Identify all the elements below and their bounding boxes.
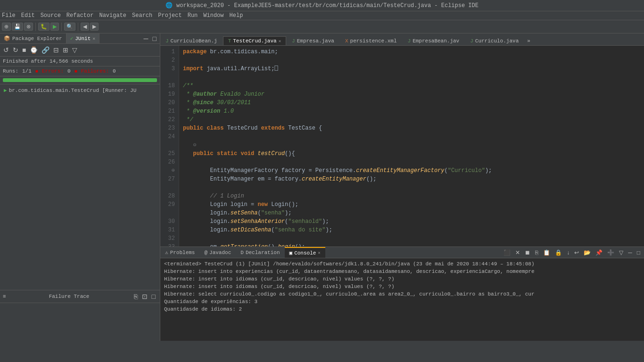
panel-tabs: 📦 Package Explorer ✓ JUnit ✕ ─ □ [0, 33, 160, 44]
test-item-testecrud[interactable]: ▶ br.com.tidicas.main.TesteCrud [Runner:… [2, 86, 158, 94]
testecrud-close-icon[interactable]: ✕ [279, 39, 281, 44]
console-display-button[interactable]: ▽ [617, 248, 625, 257]
window-title: workspace_2020 - ExampleJEE5-master/test… [176, 2, 479, 9]
view-menu-button[interactable]: ▽ [71, 46, 79, 54]
console-line-2: Hibernate: insert into idiomas (cur_id, … [164, 275, 640, 283]
console-new-button[interactable]: ➕ [605, 248, 616, 257]
package-explorer-label: Package Explorer [12, 36, 62, 41]
console-line-5: Quantidasde de experiências: 3 [164, 298, 640, 305]
console-scroll-end-button[interactable]: ↓ [565, 248, 571, 257]
failure-trace-expand-button[interactable]: □ [150, 292, 157, 301]
console-word-wrap-button[interactable]: ↩ [572, 248, 581, 257]
failure-trace-filter-button[interactable]: ⊡ [140, 292, 149, 301]
menu-project[interactable]: Project [158, 12, 182, 19]
console-close-icon[interactable]: ✕ [318, 250, 320, 255]
tab-testecrud[interactable]: T TesteCrud.java ✕ [223, 36, 286, 45]
minimize-button[interactable]: ─ [142, 34, 150, 43]
code-content[interactable]: package br.com.tidicas.main; import java… [179, 46, 644, 247]
junit-label: JUnit [75, 36, 91, 41]
curriculo-icon: J [470, 38, 473, 44]
errors-label: Errors: [42, 68, 64, 74]
code-editor[interactable]: 1 2 3 . 18 19 20 21 22 23 24 . 25 26 ⊕ 2… [160, 46, 644, 247]
debug-button[interactable]: 🐛 [38, 23, 50, 31]
console-copy-button[interactable]: ⎘ [533, 248, 540, 257]
rerun-button[interactable]: ↺ [2, 46, 10, 54]
menu-source[interactable]: Source [41, 12, 61, 19]
tab-curriculobean[interactable]: J CurriculoBean.j [160, 36, 223, 45]
tab-package-explorer[interactable]: 📦 Package Explorer [0, 33, 66, 43]
failure-trace-copy-button[interactable]: ⎘ [132, 292, 139, 301]
javadoc-icon: @ [204, 250, 207, 255]
console-scroll-lock-button[interactable]: 🔒 [553, 248, 564, 257]
sep3 [78, 23, 78, 31]
maximize-bottom-button[interactable]: □ [635, 248, 642, 257]
curriculobean-label: CurriculoBean.j [171, 38, 217, 44]
bottom-tabs: ⚠ Problems @ Javadoc D Declaration ▣ Con… [160, 247, 644, 258]
finished-label: Finished after 14,566 seconds [3, 58, 93, 64]
junit-icon: ✓ [70, 35, 74, 41]
failure-trace-content [0, 303, 160, 341]
bottom-panel: ⚠ Problems @ Javadoc D Declaration ▣ Con… [160, 247, 644, 341]
editor-tabs: J CurriculoBean.j T TesteCrud.java ✕ J E… [160, 33, 644, 46]
tab-overflow[interactable]: » [524, 37, 533, 45]
tab-empresabean[interactable]: J EmpresaBean.jav [403, 36, 465, 45]
menu-window[interactable]: Window [203, 12, 223, 19]
errors-value: 0 [67, 68, 71, 74]
collapse-all-button[interactable]: ⊟ [52, 46, 60, 54]
save-all-button[interactable]: ⊗ [24, 23, 33, 31]
next-button[interactable]: ▶ [90, 23, 99, 31]
line-numbers: 1 2 3 . 18 19 20 21 22 23 24 . 25 26 ⊕ 2… [160, 46, 179, 247]
console-clear-button[interactable]: ✕ [513, 248, 522, 257]
tab-persistence[interactable]: X persistence.xml [340, 36, 402, 45]
maximize-button[interactable]: □ [151, 34, 158, 43]
persistence-label: persistence.xml [350, 38, 397, 44]
tab-declaration[interactable]: D Declaration [236, 248, 284, 257]
rerun-failed-button[interactable]: ↻ [11, 46, 20, 54]
right-panel: J CurriculoBean.j T TesteCrud.java ✕ J E… [160, 33, 644, 341]
tab-junit[interactable]: ✓ JUnit ✕ [66, 33, 100, 43]
tab-problems[interactable]: ⚠ Problems [160, 247, 199, 257]
tab-curriculo[interactable]: J Curriculo.java [465, 36, 524, 45]
console-stop-button[interactable]: ⬛ [502, 248, 512, 257]
failure-trace-controls: ⎘ ⊡ □ [132, 292, 157, 301]
history-button[interactable]: ⌚ [28, 46, 39, 54]
tab-console[interactable]: ▣ Console ✕ [285, 247, 325, 258]
bottom-toolbar: ⬛ ✕ ⏹ ⎘ 📋 🔒 ↓ ↩ 📂 📌 ➕ ▽ ─ □ [502, 248, 644, 257]
run-button[interactable]: ▶ [50, 23, 59, 31]
runs-label: Runs: [3, 68, 18, 74]
search-button[interactable]: 🔍 [64, 23, 75, 31]
menu-refactor[interactable]: Refactor [66, 12, 94, 19]
prev-button[interactable]: ◀ [81, 23, 89, 31]
testecrud-icon: T [228, 38, 231, 44]
junit-tab-close-icon[interactable]: ✕ [92, 36, 95, 41]
menu-navigate[interactable]: Navigate [99, 12, 126, 19]
console-open-button[interactable]: 📂 [582, 248, 593, 257]
progress-bar-container [0, 76, 160, 84]
stop-button[interactable]: ■ [21, 46, 27, 54]
tab-javadoc[interactable]: @ Javadoc [199, 248, 236, 257]
console-content: <terminated> TesteCrud (1) [JUnit] /home… [160, 258, 644, 341]
sep1 [35, 23, 36, 31]
menu-edit[interactable]: Edit [21, 12, 35, 19]
console-line-4: Hibernate: select curriculo0_.codigo as … [164, 290, 640, 298]
console-pin-button[interactable]: 📌 [594, 248, 604, 257]
save-button[interactable]: 💾 [12, 23, 23, 31]
curriculobean-icon: J [165, 38, 169, 44]
console-line-1: Hibernate: insert into experiencias (cur… [164, 268, 640, 275]
test-tree: ▶ br.com.tidicas.main.TesteCrud [Runner:… [0, 84, 160, 290]
link-editor-button[interactable]: 🔗 [40, 46, 51, 54]
menu-file[interactable]: File [2, 12, 16, 19]
expand-all-button[interactable]: ⊞ [61, 46, 70, 54]
test-runs: Runs: 1/1 ■ Errors: 0 ■ Failures: 0 [0, 66, 160, 76]
test-status: Finished after 14,566 seconds [0, 57, 160, 66]
console-paste-button[interactable]: 📋 [541, 248, 552, 257]
minimize-bottom-button[interactable]: ─ [626, 248, 634, 257]
menu-help[interactable]: Help [230, 12, 243, 19]
new-button[interactable]: ⊕ [2, 23, 11, 31]
empresabean-label: EmpresaBean.jav [413, 38, 459, 44]
console-terminate-button[interactable]: ⏹ [523, 248, 532, 257]
menu-run[interactable]: Run [188, 12, 198, 19]
menu-search[interactable]: Search [132, 12, 152, 19]
tab-empresa[interactable]: J Empresa.java [287, 36, 339, 45]
empresa-icon: J [292, 38, 295, 44]
